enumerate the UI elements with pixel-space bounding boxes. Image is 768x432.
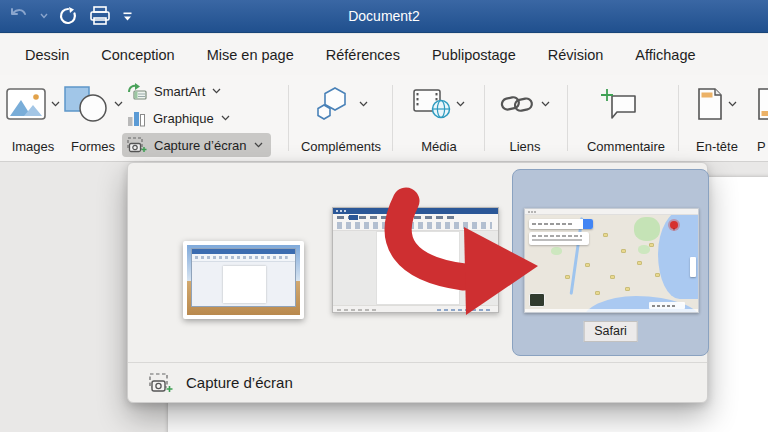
tab-revision[interactable]: Révision <box>548 47 604 63</box>
capture-ecran-icon <box>127 137 147 153</box>
window-title: Document2 <box>0 8 768 24</box>
maps-attribution-bar <box>525 309 698 312</box>
ribbon-group-divider <box>392 85 393 151</box>
media-icon <box>413 89 451 119</box>
graphique-icon <box>127 110 146 127</box>
formes-button[interactable]: Formes <box>62 81 124 157</box>
liens-button[interactable]: Liens <box>489 81 561 157</box>
smartart-label: SmartArt <box>154 84 205 99</box>
commentaire-icon <box>600 88 638 120</box>
maps-scale-bar <box>649 302 685 309</box>
commentaire-button[interactable]: Commentaire <box>578 81 674 157</box>
graphique-label: Graphique <box>153 111 214 126</box>
chevron-down-icon <box>728 101 737 107</box>
images-label: Images <box>12 139 55 157</box>
capture-ecran-label: Capture d’écran <box>154 138 247 153</box>
liens-label: Liens <box>509 139 540 157</box>
complements-label: Compléments <box>301 139 381 157</box>
graphique-button[interactable]: Graphique <box>122 106 271 130</box>
formes-label: Formes <box>71 139 115 157</box>
thumbnail-word-document[interactable] <box>332 207 499 313</box>
window-thumbnails: Safari <box>128 163 707 362</box>
pied-de-page-icon <box>757 88 768 120</box>
tab-affichage[interactable]: Affichage <box>635 47 695 63</box>
window-name-tooltip: Safari <box>583 321 638 342</box>
tab-references[interactable]: Références <box>326 47 400 63</box>
capture-ecran-dropdown: Safari Capture d’écran <box>127 162 708 403</box>
capture-ecran-button[interactable]: Capture d’écran <box>122 133 271 157</box>
chevron-down-icon <box>541 101 550 107</box>
chevron-down-icon <box>254 142 263 148</box>
title-bar: Document2 <box>0 0 768 33</box>
tab-mise-en-page[interactable]: Mise en page <box>207 47 294 63</box>
ribbon-group-divider <box>484 85 485 151</box>
ribbon-group-divider <box>288 85 289 151</box>
tab-dessin[interactable]: Dessin <box>25 47 69 63</box>
smartart-icon <box>127 83 147 100</box>
smartart-button[interactable]: SmartArt <box>122 79 271 103</box>
chevron-down-icon <box>51 101 60 107</box>
complements-button[interactable]: Compléments <box>292 81 390 157</box>
pied-de-page-button[interactable]: P <box>753 81 768 157</box>
word-application-window: Document2 Dessin Conception Mise en page… <box>0 0 768 432</box>
formes-icon <box>63 85 109 123</box>
maps-info-card <box>529 232 589 245</box>
pied-de-page-label-partial: P <box>753 139 766 157</box>
word-window-mini <box>191 248 296 307</box>
chevron-down-icon <box>359 101 368 107</box>
map-pin-icon <box>670 221 678 229</box>
capture-ecran-menu-item[interactable]: Capture d’écran <box>128 362 707 402</box>
media-button[interactable]: Média <box>400 81 478 157</box>
tab-conception[interactable]: Conception <box>101 47 174 63</box>
chevron-down-icon <box>456 101 465 107</box>
images-button[interactable]: Images <box>2 81 64 157</box>
maps-satellite-toggle <box>529 293 545 307</box>
liens-icon <box>500 92 536 116</box>
complements-icon <box>314 86 354 122</box>
thumbnail-word-on-desktop[interactable] <box>183 241 304 319</box>
thumbnail-safari-selected[interactable]: Safari <box>512 169 709 356</box>
map-park <box>634 217 660 241</box>
en-tete-button[interactable]: En-tête <box>684 81 750 157</box>
en-tete-icon <box>697 88 723 120</box>
camera-capture-icon <box>149 373 173 393</box>
en-tete-label: En-tête <box>696 139 738 157</box>
map-park <box>551 247 562 255</box>
ribbon-group-divider <box>567 85 568 151</box>
maps-search-button <box>583 219 593 229</box>
chevron-down-icon <box>212 88 221 94</box>
ribbon-group-divider <box>678 85 679 151</box>
desktop-wallpaper <box>187 245 300 315</box>
map-canvas <box>525 215 698 312</box>
media-label: Média <box>421 139 456 157</box>
ribbon-tab-bar: Dessin Conception Mise en page Référence… <box>0 34 768 75</box>
commentaire-label: Commentaire <box>587 139 665 157</box>
ribbon: Images Formes <box>0 75 768 162</box>
tab-publipostage[interactable]: Publipostage <box>432 47 516 63</box>
capture-ecran-menu-label: Capture d’écran <box>186 374 293 391</box>
images-icon <box>6 88 46 120</box>
maps-zoom-control <box>690 257 696 277</box>
safari-google-maps-preview <box>524 208 699 313</box>
chevron-down-icon <box>221 115 230 121</box>
maps-search-box <box>529 219 593 229</box>
